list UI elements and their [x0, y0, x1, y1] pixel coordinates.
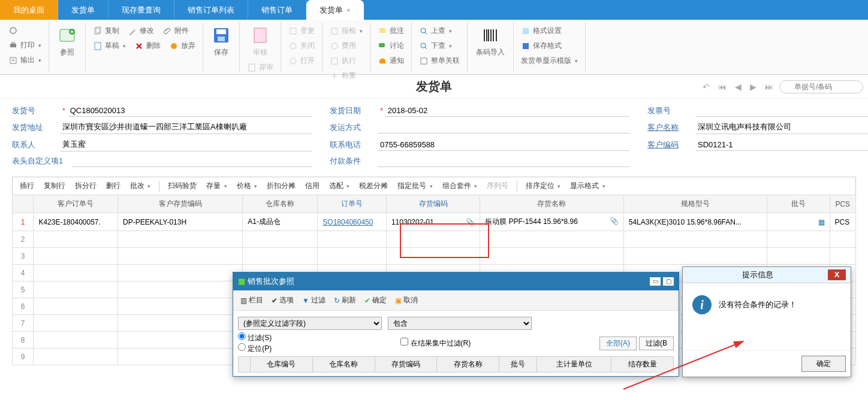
tab-stock-query[interactable]: 现存量查询: [108, 0, 174, 20]
del-row-button[interactable]: 删行: [103, 178, 124, 193]
field-custcode[interactable]: SD0121-1: [695, 139, 868, 151]
radio-filter[interactable]: 过滤(S): [238, 334, 272, 342]
dialog-refresh-button[interactable]: ↻ 刷新: [331, 294, 358, 307]
col-itemcode[interactable]: 存货编码: [386, 195, 480, 213]
barcode-button[interactable]: 条码导入: [471, 23, 510, 60]
batchno-button[interactable]: 指定批号 ▾: [394, 178, 436, 193]
close-icon[interactable]: ×: [346, 7, 350, 14]
label-custname[interactable]: 客户名称: [647, 122, 695, 133]
tab-so[interactable]: 销售订单: [248, 0, 306, 20]
col-itemname[interactable]: 存货名称: [480, 195, 624, 213]
col-orderno[interactable]: 订单号: [318, 195, 387, 213]
first-icon[interactable]: ⏮: [716, 81, 729, 93]
open-button[interactable]: 打开: [285, 53, 318, 68]
dialog-min-button[interactable]: ▭: [650, 277, 661, 286]
tab-delivery-active[interactable]: 发货单×: [306, 0, 364, 20]
dialog-cols-button[interactable]: ▥ 栏目: [238, 294, 266, 307]
chk-result-filter[interactable]: 在结果集中过滤(R): [400, 338, 471, 349]
msgbox-ok-button[interactable]: 确定: [801, 356, 846, 372]
field-contact[interactable]: 黃玉蜜: [60, 138, 312, 151]
dialog-cancel-button[interactable]: ▣ 取消: [393, 294, 420, 307]
split-row-button[interactable]: 拆分行: [71, 178, 100, 193]
field-inv[interactable]: [695, 105, 868, 117]
tab-so-list[interactable]: 销售订单列表: [174, 0, 248, 20]
field-custom1[interactable]: [72, 155, 312, 167]
exec-button[interactable]: 执行: [326, 53, 360, 68]
label-custcode[interactable]: 客户编码: [647, 140, 695, 150]
col-pcs[interactable]: PCS: [830, 195, 856, 213]
next-icon[interactable]: ▶: [748, 81, 759, 93]
reference-button[interactable]: 参照: [53, 23, 82, 60]
dialog-dofilter-button[interactable]: 过滤(B: [639, 337, 674, 350]
col-spec[interactable]: 规格型号: [623, 195, 767, 213]
insert-row-button[interactable]: 插行: [16, 178, 38, 193]
serial-button[interactable]: 序列号: [483, 178, 512, 193]
last-icon[interactable]: ⏭: [762, 81, 776, 93]
prev-icon[interactable]: ◀: [733, 81, 744, 93]
dialog-result-grid[interactable]: 仓库编号 仓库名称 存货编码 存货名称 批号 主计量单位 结存数量: [238, 356, 674, 372]
table-row[interactable]: 1K423E-180400057.DP-PEEKALY-013HA1-成品仓SO…: [13, 213, 856, 231]
dialog-ok-button[interactable]: ✔ 确定: [362, 294, 389, 307]
format-button[interactable]: 格式设置: [517, 23, 581, 38]
savefmt-button[interactable]: 保存格式: [517, 38, 581, 53]
discount-button[interactable]: 折扣分摊: [263, 178, 299, 193]
col-custorder[interactable]: 客户订单号: [34, 195, 118, 213]
note-button[interactable]: 批注: [374, 23, 408, 38]
table-row[interactable]: 3: [13, 248, 856, 265]
gear-icon[interactable]: [5, 23, 45, 38]
delete-button[interactable]: 删除: [131, 38, 164, 53]
field-tel[interactable]: 0755-66859588: [378, 139, 629, 151]
upcheck-button[interactable]: 上查▾: [415, 23, 463, 38]
change-button[interactable]: 变更: [285, 23, 318, 38]
field-shipmode[interactable]: [378, 122, 629, 134]
field-date[interactable]: 2018-05-02: [385, 105, 629, 117]
draft-button[interactable]: 草稿▾: [89, 38, 129, 53]
template-select[interactable]: 发货单显示模版▾: [517, 53, 581, 68]
abandon-audit-button[interactable]: 弃审: [243, 60, 277, 75]
msgbox-close-button[interactable]: X: [828, 269, 846, 280]
dialog-all-button[interactable]: 全部(A): [599, 337, 637, 350]
search-input[interactable]: [779, 80, 863, 93]
notify-button[interactable]: 通知: [374, 53, 408, 68]
radio-locate[interactable]: 定位(P): [238, 344, 272, 353]
sort-button[interactable]: 排序定位 ▾: [522, 178, 564, 193]
field-no[interactable]: QC1805020013: [68, 105, 312, 117]
combo-button[interactable]: 组合套件 ▾: [439, 178, 481, 193]
dispfmt-button[interactable]: 显示格式 ▾: [566, 178, 608, 193]
field-addr[interactable]: 深圳市寶安區沙井街道蠔一四部三洋工業區A棟喇叭廠: [60, 120, 312, 134]
modify-button[interactable]: 修改: [124, 23, 158, 38]
tab-delivery1[interactable]: 发货单: [58, 0, 108, 20]
dialog-field-select[interactable]: (参照定义过滤字段): [238, 317, 382, 330]
audit-button[interactable]: 审核: [243, 23, 277, 60]
dialog-opts-button[interactable]: ✔ 选项: [269, 294, 296, 307]
stock-button[interactable]: 存量 ▾: [203, 178, 230, 193]
table-row[interactable]: 2: [13, 231, 856, 248]
discuss-button[interactable]: 讨论: [374, 38, 408, 53]
save-button[interactable]: 保存: [207, 23, 236, 60]
copy-row-button[interactable]: 复制行: [40, 178, 69, 193]
batch-mod-button[interactable]: 批改 ▾: [126, 178, 154, 193]
col-batch[interactable]: 批号: [767, 195, 830, 213]
fee-button[interactable]: 费用: [326, 38, 366, 53]
print-button[interactable]: 打印▾: [5, 38, 45, 53]
close-button[interactable]: 关闭: [285, 38, 318, 53]
field-custname[interactable]: 深圳立讯电声科技有限公司: [695, 120, 868, 134]
inspect-button[interactable]: 报检▾: [326, 23, 366, 38]
export-button[interactable]: 输出▾: [5, 53, 45, 68]
downcheck-button[interactable]: 下查▾: [415, 38, 463, 53]
discard-button[interactable]: 放弃: [165, 38, 199, 53]
tax-button[interactable]: 税差分摊: [355, 178, 391, 193]
col-wh[interactable]: 仓库名称: [243, 195, 318, 213]
dialog-filter-button[interactable]: ▼ 过滤: [300, 294, 328, 307]
bill-rel-button[interactable]: 整单关联: [415, 53, 463, 68]
tab-desktop[interactable]: 我的桌面: [0, 0, 58, 20]
field-payterm[interactable]: [378, 155, 629, 167]
undo-icon[interactable]: ↶: [700, 81, 712, 93]
match-button[interactable]: 选配 ▾: [326, 178, 353, 193]
price-button[interactable]: 价格 ▾: [233, 178, 261, 193]
dialog-op-select[interactable]: 包含: [388, 317, 532, 330]
copy-button[interactable]: 复制: [89, 23, 123, 38]
col-custitem[interactable]: 客户存货编码: [118, 195, 243, 213]
dialog-max-button[interactable]: ▢: [663, 277, 674, 286]
attach-button[interactable]: 附件: [159, 23, 192, 38]
